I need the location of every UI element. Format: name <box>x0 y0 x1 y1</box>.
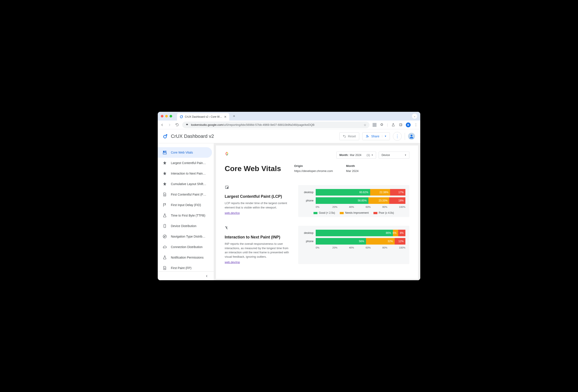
sidebar-item-11[interactable]: First Paint (FP) <box>158 263 212 271</box>
phone-icon <box>163 224 167 228</box>
svg-rect-4 <box>399 124 402 126</box>
tab-overflow-button[interactable]: ⌄ <box>412 113 417 119</box>
sidebar-item-label: Core Web Vitals <box>171 151 193 154</box>
metric-link[interactable]: web.dev/lcp <box>225 211 240 215</box>
close-tab-icon[interactable]: ✕ <box>224 115 227 119</box>
minimize-window[interactable] <box>165 115 168 117</box>
reset-button[interactable]: Reset <box>339 132 359 140</box>
sidebar-item-5[interactable]: First Input Delay (FID) <box>158 200 212 210</box>
forward-button[interactable] <box>167 123 172 127</box>
metric-chart: desktop60.62%22.38%17%phone58.85%23.33%1… <box>298 185 409 217</box>
sidebar-item-label: Notification Permissions <box>171 256 203 259</box>
svg-point-15 <box>163 235 166 238</box>
url-text: lookerstudio.google.com/u/0/reporting/bb… <box>191 123 314 126</box>
metric-section: Largest Contentful Paint (LCP)LCP report… <box>225 185 409 217</box>
sidebar-item-label: First Contentful Paint (F… <box>171 193 206 196</box>
cloud-icon <box>163 245 167 249</box>
sidebar-item-2[interactable]: Interaction to Next Pain… <box>158 168 212 179</box>
origin-block: Origin https://developer.chrome.com <box>294 164 333 173</box>
bookmark-icon[interactable]: ☆ <box>364 123 366 127</box>
sidebar-item-6[interactable]: Time to First Byte (TTFB) <box>158 210 212 221</box>
sidebar-item-label: Time to First Byte (TTFB) <box>171 214 205 217</box>
new-tab-button[interactable]: + <box>231 113 237 119</box>
page-title: CrUX Dashboard v2 <box>171 133 214 139</box>
extensions-button[interactable] <box>380 123 384 127</box>
chart-bar-row: desktop86%6%8% <box>302 230 405 236</box>
svg-point-9 <box>411 135 413 137</box>
chart-bar-row: desktop60.62%22.38%17% <box>302 189 405 196</box>
lookerstudio-logo-icon <box>163 134 168 139</box>
sidebar-item-label: First Paint (FP) <box>171 266 192 270</box>
sidebar-item-1[interactable]: Largest Contentful Pain… <box>158 158 212 168</box>
window-controls <box>161 115 172 117</box>
sidebar: Core Web VitalsLargest Contentful Pain…I… <box>158 143 214 280</box>
sidebar-item-label: Connection Distribution <box>171 245 203 249</box>
sidebar-item-label: Largest Contentful Pain… <box>171 161 206 165</box>
favicon-icon <box>180 115 183 119</box>
sidebar-item-0[interactable]: Core Web Vitals <box>158 147 212 158</box>
profile-avatar[interactable]: B <box>406 122 411 127</box>
sidebar-item-label: Interaction to Next Pain… <box>171 172 206 175</box>
crux-logo-icon <box>225 151 229 156</box>
browser-window: CrUX Dashboard v2 › Core W… ✕ + ⌄ looker… <box>158 112 420 280</box>
share-button[interactable]: Share ▼ <box>362 132 390 140</box>
sidepanel-icon[interactable] <box>398 123 403 127</box>
dashboard-icon <box>163 150 167 155</box>
compass-icon <box>163 234 167 239</box>
star-icon <box>163 182 167 186</box>
svg-point-2 <box>187 124 187 124</box>
metric-chart: desktop86%6%8%phone56%32%12%0%20%40%60%8… <box>298 226 409 264</box>
sidebar-item-label: Cumulative Layout Shift… <box>171 182 206 186</box>
metric-title: Largest Contentful Paint (LCP) <box>225 194 290 199</box>
sidebar-item-4[interactable]: First Contentful Paint (F… <box>158 189 212 200</box>
reload-button[interactable] <box>175 123 179 127</box>
titlebar: CrUX Dashboard v2 › Core W… ✕ + ⌄ <box>158 112 420 121</box>
flag-icon <box>163 203 167 207</box>
sidebar-item-9[interactable]: Connection Distribution <box>158 242 212 252</box>
sidebar-item-8[interactable]: Navigation Type Distrib… <box>158 231 212 242</box>
site-settings-icon[interactable] <box>185 123 189 127</box>
app-body: Core Web VitalsLargest Contentful Pain…I… <box>158 143 420 280</box>
back-button[interactable] <box>160 123 164 127</box>
report-canvas[interactable]: Month: Mar 2024 (1) ▼ Device ▼ Core Web … <box>214 143 420 280</box>
undo-icon <box>343 135 346 138</box>
device-filter[interactable]: Device ▼ <box>379 151 409 159</box>
svg-point-6 <box>164 135 166 138</box>
svg-point-8 <box>366 135 368 136</box>
metric-link[interactable]: web.dev/inp <box>225 260 240 264</box>
sidebar-item-label: Device Distribution <box>171 224 196 228</box>
sidebar-item-10[interactable]: Notification Permissions <box>158 252 212 263</box>
account-avatar[interactable] <box>408 133 415 140</box>
chrome-menu-icon[interactable]: ⋮ <box>414 123 418 127</box>
close-window[interactable] <box>161 115 163 117</box>
svg-rect-11 <box>165 151 166 151</box>
extension-icon[interactable] <box>373 123 377 127</box>
svg-rect-12 <box>165 152 166 152</box>
metric-description: LCP reports the render time of the large… <box>225 201 290 210</box>
svg-point-1 <box>182 115 183 116</box>
flask-icon <box>163 255 167 260</box>
toolbar: lookerstudio.google.com/u/0/reporting/bb… <box>158 121 420 129</box>
labs-icon[interactable] <box>391 123 395 127</box>
svg-point-7 <box>166 134 167 135</box>
sidebar-item-3[interactable]: Cumulative Layout Shift… <box>158 179 212 189</box>
report-title: Core Web Vitals <box>225 164 281 173</box>
address-bar[interactable]: lookerstudio.google.com/u/0/reporting/bb… <box>182 122 370 128</box>
share-dropdown-icon[interactable]: ▼ <box>382 135 386 137</box>
chart-legend: Good (< 2.5s)Needs ImprovementPoor (≥ 4.… <box>302 211 405 214</box>
app-header: CrUX Dashboard v2 Reset Share ▼ ⋮ <box>158 129 420 143</box>
svg-rect-17 <box>227 188 228 188</box>
more-options-button[interactable]: ⋮ <box>393 132 402 141</box>
svg-rect-13 <box>163 153 166 154</box>
chevron-down-icon: ▼ <box>404 154 406 156</box>
collapse-sidebar-button[interactable] <box>158 271 214 280</box>
browser-tab[interactable]: CrUX Dashboard v2 › Core W… ✕ <box>177 113 229 121</box>
svg-point-3 <box>187 124 188 125</box>
metric-section: Interaction to Next Paint (INP)INP repor… <box>225 226 409 264</box>
share-icon <box>366 134 370 138</box>
month-filter[interactable]: Month: Mar 2024 (1) ▼ <box>337 151 376 159</box>
metric-icon <box>225 226 290 231</box>
sidebar-item-7[interactable]: Device Distribution <box>158 221 212 231</box>
chevron-down-icon: ▼ <box>371 154 373 156</box>
maximize-window[interactable] <box>170 115 172 117</box>
